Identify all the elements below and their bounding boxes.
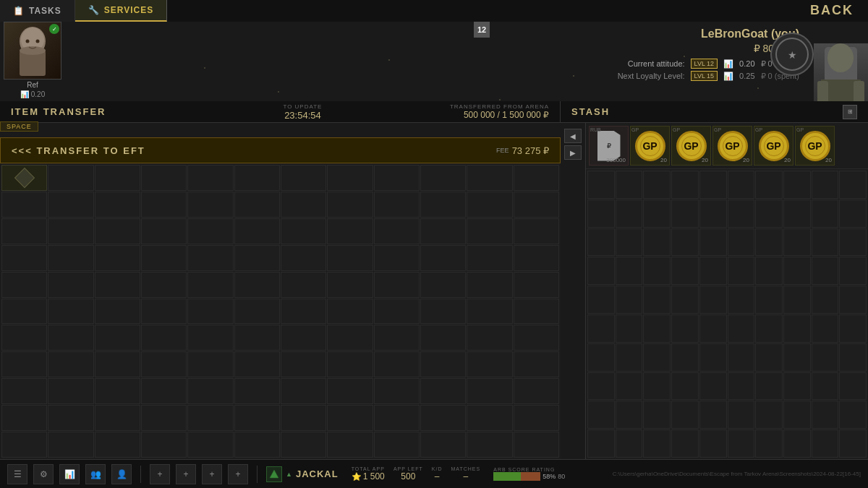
- transfer-grid-cell[interactable]: [234, 272, 280, 298]
- stash-grid-cell[interactable]: [616, 401, 643, 429]
- transfer-grid-cell[interactable]: [281, 192, 326, 218]
- stash-grid-cell[interactable]: [616, 314, 643, 343]
- stash-grid-cell[interactable]: [839, 314, 867, 343]
- stash-grid-cell[interactable]: [728, 314, 755, 343]
- stash-grid-cell[interactable]: [755, 286, 783, 314]
- stash-grid-cell[interactable]: [587, 429, 615, 458]
- transfer-grid-cell[interactable]: [467, 299, 512, 325]
- stash-grid-cell[interactable]: [587, 171, 615, 199]
- stash-grid-cell[interactable]: [643, 314, 671, 343]
- stash-grid-cell[interactable]: [839, 171, 867, 199]
- stash-grid-cell[interactable]: [699, 314, 727, 343]
- stash-grid-cell[interactable]: [755, 429, 783, 458]
- stash-grid-cell[interactable]: [616, 228, 643, 257]
- stash-grid-cell[interactable]: [643, 401, 671, 429]
- stash-grid-cell[interactable]: [839, 286, 867, 314]
- transfer-grid-cell[interactable]: [420, 432, 466, 458]
- stash-grid-cell[interactable]: [755, 401, 783, 429]
- stash-grid-cell[interactable]: [643, 286, 671, 314]
- transfer-grid-cell[interactable]: [374, 378, 420, 404]
- transfer-grid-cell[interactable]: [420, 325, 466, 351]
- transfer-grid-cell[interactable]: [1, 192, 47, 218]
- stash-grid-cell[interactable]: [671, 228, 699, 257]
- transfer-grid-cell[interactable]: [48, 218, 93, 244]
- transfer-grid-cell[interactable]: [467, 192, 512, 218]
- transfer-grid-cell[interactable]: [141, 192, 187, 218]
- stash-grid-cell[interactable]: [755, 200, 783, 228]
- stash-grid-cell[interactable]: [671, 314, 699, 343]
- stash-grid-cell[interactable]: [839, 372, 867, 401]
- stash-grid-cell[interactable]: [728, 171, 755, 199]
- transfer-grid-cell[interactable]: [420, 192, 466, 218]
- rub-item[interactable]: ₽ 300000 RUB: [589, 126, 629, 166]
- transfer-grid-cell[interactable]: [327, 218, 373, 244]
- stash-grid-cell[interactable]: [839, 429, 867, 458]
- stash-grid-cell[interactable]: [587, 257, 615, 285]
- stash-grid-cell[interactable]: [812, 372, 839, 401]
- transfer-grid-cell[interactable]: [95, 245, 140, 271]
- stash-grid-cell[interactable]: [616, 429, 643, 458]
- stash-grid-cell[interactable]: [587, 372, 615, 401]
- stash-grid-cell[interactable]: [699, 429, 727, 458]
- stash-grid-cell[interactable]: [812, 286, 839, 314]
- transfer-grid-cell[interactable]: [281, 218, 326, 244]
- stash-grid-cell[interactable]: [728, 286, 755, 314]
- transfer-grid-cell[interactable]: [374, 165, 420, 191]
- transfer-grid-cell[interactable]: [514, 165, 559, 191]
- stash-grid-cell[interactable]: [783, 228, 811, 257]
- transfer-grid-cell[interactable]: [234, 299, 280, 325]
- transfer-grid-cell[interactable]: [48, 299, 93, 325]
- stash-grid-cell[interactable]: [783, 257, 811, 285]
- stash-grid-cell[interactable]: [616, 171, 643, 199]
- transfer-grid-cell[interactable]: [234, 165, 280, 191]
- transfer-grid-cell[interactable]: [327, 325, 373, 351]
- transfer-grid-cell[interactable]: [514, 272, 559, 298]
- add-button-4[interactable]: +: [228, 464, 248, 484]
- transfer-grid-cell[interactable]: [1, 245, 47, 271]
- stash-grid-cell[interactable]: [812, 401, 839, 429]
- stash-grid-cell[interactable]: [616, 343, 643, 372]
- stash-grid-cell[interactable]: [812, 171, 839, 199]
- transfer-grid-cell[interactable]: [187, 351, 233, 377]
- transfer-grid-cell[interactable]: [327, 432, 373, 458]
- transfer-grid-cell[interactable]: [95, 405, 140, 431]
- transfer-grid-cell[interactable]: [187, 218, 233, 244]
- transfer-grid-cell[interactable]: [374, 299, 420, 325]
- stash-grid-cell[interactable]: [728, 257, 755, 285]
- transfer-grid-cell[interactable]: [141, 165, 187, 191]
- stash-grid-cell[interactable]: [755, 171, 783, 199]
- stash-grid-cell[interactable]: [728, 429, 755, 458]
- transfer-grid-cell[interactable]: [327, 351, 373, 377]
- transfer-grid-cell[interactable]: [420, 165, 466, 191]
- transfer-grid-cell[interactable]: [1, 378, 47, 404]
- stash-grid-cell[interactable]: [699, 372, 727, 401]
- stash-grid-cell[interactable]: [587, 286, 615, 314]
- transfer-grid-cell[interactable]: [374, 351, 420, 377]
- transfer-grid-cell[interactable]: [141, 432, 187, 458]
- profile-button[interactable]: 👤: [111, 464, 132, 484]
- transfer-grid-cell[interactable]: [467, 272, 512, 298]
- stash-grid-cell[interactable]: [755, 257, 783, 285]
- stash-grid-cell[interactable]: [616, 286, 643, 314]
- transfer-grid-cell[interactable]: [374, 272, 420, 298]
- transfer-grid-cell[interactable]: [1, 325, 47, 351]
- transfer-grid-cell[interactable]: [467, 245, 512, 271]
- transfer-grid-cell[interactable]: [48, 272, 93, 298]
- transfer-grid-cell[interactable]: [141, 351, 187, 377]
- transfer-grid-cell[interactable]: [187, 325, 233, 351]
- stash-grid-cell[interactable]: [671, 257, 699, 285]
- transfer-grid-cell[interactable]: [514, 325, 559, 351]
- stash-grid-cell[interactable]: [783, 171, 811, 199]
- transfer-grid-cell[interactable]: [281, 245, 326, 271]
- gp-coin-1[interactable]: GP 20 GP: [630, 126, 670, 166]
- transfer-grid-cell[interactable]: [514, 378, 559, 404]
- stash-grid-cell[interactable]: [643, 171, 671, 199]
- transfer-grid-cell[interactable]: [187, 192, 233, 218]
- stash-grid-cell[interactable]: [755, 343, 783, 372]
- transfer-grid-cell[interactable]: [1, 432, 47, 458]
- transfer-grid-cell[interactable]: [374, 325, 420, 351]
- stash-grid-cell[interactable]: [812, 200, 839, 228]
- transfer-grid-cell[interactable]: [514, 432, 559, 458]
- transfer-grid-cell[interactable]: [48, 325, 93, 351]
- transfer-grid-cell[interactable]: [514, 192, 559, 218]
